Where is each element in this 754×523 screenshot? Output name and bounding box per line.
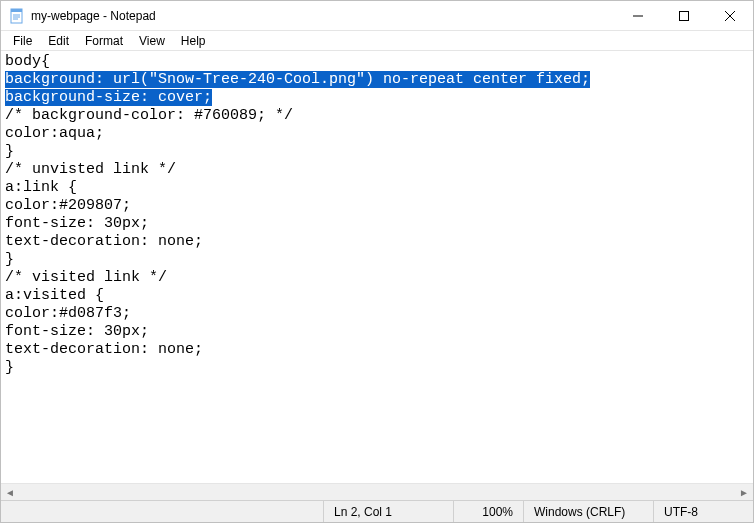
maximize-button[interactable] <box>661 1 707 30</box>
editor-container: body{background: url("Snow-Tree-240-Cool… <box>1 51 753 500</box>
editor-line: /* background-color: #760089; */ <box>5 107 749 125</box>
svg-rect-6 <box>680 11 689 20</box>
editor-line: body{ <box>5 53 749 71</box>
menu-format[interactable]: Format <box>77 33 131 49</box>
window-title: my-webpage - Notepad <box>31 9 615 23</box>
close-icon <box>725 11 735 21</box>
status-encoding: UTF-8 <box>653 501 753 522</box>
minimize-icon <box>633 11 643 21</box>
editor-line: color:#209807; <box>5 197 749 215</box>
menubar: File Edit Format View Help <box>1 31 753 51</box>
editor-line: text-decoration: none; <box>5 341 749 359</box>
maximize-icon <box>679 11 689 21</box>
editor-line: text-decoration: none; <box>5 233 749 251</box>
editor-line: background: url("Snow-Tree-240-Cool.png"… <box>5 71 749 89</box>
editor-line: } <box>5 251 749 269</box>
editor-line: color:aqua; <box>5 125 749 143</box>
statusbar: Ln 2, Col 1 100% Windows (CRLF) UTF-8 <box>1 500 753 522</box>
editor-line: /* unvisted link */ <box>5 161 749 179</box>
editor-line: a:link { <box>5 179 749 197</box>
horizontal-scrollbar[interactable]: ◄ ► <box>1 483 753 500</box>
scroll-right-icon[interactable]: ► <box>737 487 751 498</box>
status-line-ending: Windows (CRLF) <box>523 501 653 522</box>
status-spacer <box>1 501 323 522</box>
menu-edit[interactable]: Edit <box>40 33 77 49</box>
svg-rect-1 <box>11 9 22 12</box>
status-position: Ln 2, Col 1 <box>323 501 453 522</box>
editor-line: background-size: cover; <box>5 89 749 107</box>
status-zoom: 100% <box>453 501 523 522</box>
editor-line: font-size: 30px; <box>5 323 749 341</box>
menu-file[interactable]: File <box>5 33 40 49</box>
scroll-left-icon[interactable]: ◄ <box>3 487 17 498</box>
menu-view[interactable]: View <box>131 33 173 49</box>
minimize-button[interactable] <box>615 1 661 30</box>
editor-line: a:visited { <box>5 287 749 305</box>
window-controls <box>615 1 753 30</box>
text-editor[interactable]: body{background: url("Snow-Tree-240-Cool… <box>1 51 753 483</box>
editor-line: } <box>5 359 749 377</box>
editor-line: } <box>5 143 749 161</box>
titlebar: my-webpage - Notepad <box>1 1 753 31</box>
notepad-icon <box>9 8 25 24</box>
editor-line: /* visited link */ <box>5 269 749 287</box>
editor-line: color:#d087f3; <box>5 305 749 323</box>
close-button[interactable] <box>707 1 753 30</box>
editor-line: font-size: 30px; <box>5 215 749 233</box>
menu-help[interactable]: Help <box>173 33 214 49</box>
